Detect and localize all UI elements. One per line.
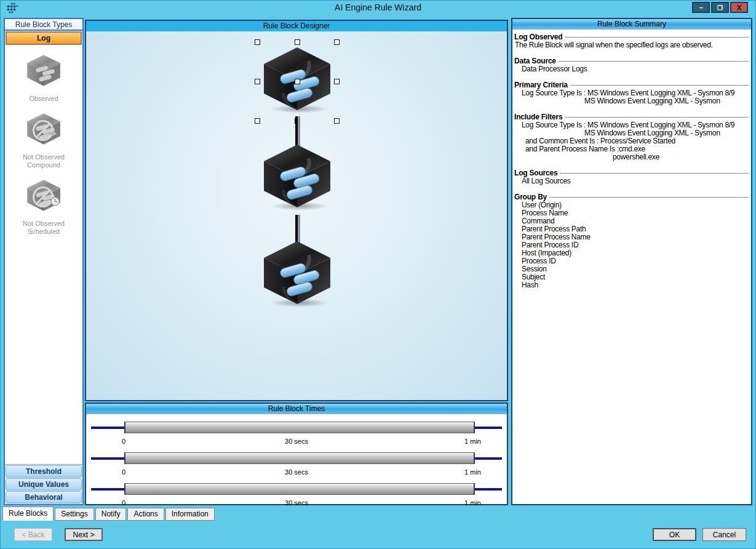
rule-block-summary-panel: Rule Block Summary Log Observed The Rule…	[511, 18, 752, 505]
selection-handle[interactable]	[334, 79, 340, 84]
rule-block-summary-header: Rule Block Summary	[512, 19, 751, 30]
block-type-label: Not Observed	[23, 220, 65, 227]
group-by-item: Subject	[514, 273, 749, 281]
not-observed-scheduled-cube-icon	[25, 178, 63, 216]
section-rule	[565, 117, 749, 118]
block-type-not-observed-compound[interactable]: Not Observed Compound	[23, 103, 65, 169]
log-type-button[interactable]: Log	[6, 32, 81, 44]
summary-line: powershell.exe	[514, 153, 749, 161]
selection-handle[interactable]	[255, 79, 260, 84]
summary-line: The Rule Block will signal when the spec…	[514, 41, 749, 49]
block-type-observed[interactable]: Observed	[25, 44, 63, 103]
group-by-item: Process ID	[514, 257, 749, 265]
rule-block-2-cube[interactable]	[260, 142, 334, 211]
selection-handle[interactable]	[255, 118, 260, 124]
designer-canvas[interactable]	[86, 31, 507, 400]
rule-block-types-panel: Rule Block Types Log Observed	[4, 18, 84, 505]
threshold-category-button[interactable]: Threshold	[6, 465, 82, 478]
section-title: Data Source	[514, 57, 556, 65]
close-button[interactable]: X	[730, 2, 748, 13]
summary-section-log-sources: Log Sources All Log Sources	[514, 169, 749, 185]
rule-block-type-category-buttons: Threshold Unique Values Behavioral	[5, 464, 82, 504]
block-type-not-observed-scheduled[interactable]: Not Observed Scheduled	[23, 169, 65, 236]
tick-mid: 30 secs	[86, 499, 507, 507]
group-by-item: Hash	[514, 281, 749, 289]
unique-values-category-button[interactable]: Unique Values	[6, 478, 82, 491]
summary-line: MS Windows Event Logging XML - Sysmon	[514, 97, 749, 105]
tick-mid: 30 secs	[86, 438, 507, 445]
rule-block-3-cube[interactable]	[260, 239, 334, 308]
time-slider-1: 0 30 secs 1 min	[86, 418, 507, 446]
summary-section-primary-criteria: Primary Criteria Log Source Type Is : MS…	[514, 81, 749, 105]
next-button[interactable]: Next >	[65, 528, 103, 541]
tab-actions[interactable]: Actions	[127, 508, 164, 521]
section-title: Include Filters	[514, 113, 562, 121]
tick-mid: 30 secs	[86, 468, 507, 476]
selection-handle[interactable]	[334, 118, 340, 124]
time-slider-2: 0 30 secs 1 min	[86, 449, 507, 477]
section-title: Primary Criteria	[514, 81, 568, 89]
rule-block-summary-body: Log Observed The Rule Block will signal …	[512, 30, 751, 289]
rule-block-designer-panel: Rule Block Designer	[85, 20, 508, 401]
block-type-label: Not Observed	[23, 153, 65, 161]
tab-notify[interactable]: Notify	[95, 508, 127, 521]
section-title: Group By	[514, 193, 547, 201]
window-title: AI Engine Rule Wizard	[1, 2, 755, 12]
selection-handle[interactable]	[334, 39, 340, 45]
tick-max: 1 min	[464, 499, 481, 507]
group-by-item: Session	[514, 265, 749, 273]
summary-section-include-filters: Include Filters Log Source Type Is : MS …	[514, 113, 749, 161]
summary-section-data-source: Data Source Data Processor Logs	[514, 57, 749, 73]
summary-section-group-by: Group By User (Origin) Process Name Comm…	[514, 193, 749, 289]
block-type-label2: Compound	[27, 161, 60, 169]
section-rule	[560, 173, 749, 174]
rule-block-times-body: 0 30 secs 1 min 0 30 secs 1 min 0 30 sec…	[86, 414, 507, 505]
slider-range-handle[interactable]	[124, 422, 475, 433]
section-rule	[570, 85, 749, 86]
tick-max: 1 min	[464, 468, 481, 476]
block-type-label2: Scheduled	[28, 228, 60, 235]
selection-handle[interactable]	[255, 39, 260, 45]
log-block-type-list: Observed Not Observed Compound	[5, 44, 82, 236]
section-rule	[559, 61, 749, 62]
slider-range-handle[interactable]	[124, 452, 475, 464]
selection-handle[interactable]	[295, 79, 300, 84]
rule-block-types-header: Rule Block Types	[5, 19, 82, 31]
tab-information[interactable]: Information	[165, 508, 215, 521]
wizard-tab-strip: Rule Blocks Settings Notify Actions Info…	[2, 507, 216, 521]
titlebar[interactable]: AI Engine Rule Wizard – ❐ X	[1, 1, 755, 14]
behavioral-category-button[interactable]: Behavioral	[6, 491, 82, 503]
rule-block-designer-header: Rule Block Designer	[86, 21, 507, 31]
ok-button[interactable]: OK	[653, 528, 696, 541]
time-slider-3: 0 30 secs 1 min	[86, 479, 507, 508]
section-title: Log Sources	[514, 169, 557, 177]
ai-engine-rule-wizard-window: AI Engine Rule Wizard – ❐ X Rule Block T…	[0, 0, 756, 549]
wizard-footer: < Back Next > OK Cancel	[1, 521, 755, 549]
selection-handle[interactable]	[295, 39, 300, 45]
tab-settings[interactable]: Settings	[55, 508, 94, 521]
rule-block-times-panel: Rule Block Times 0 30 secs 1 min 0 30 se…	[85, 403, 508, 505]
tick-max: 1 min	[464, 438, 481, 445]
section-rule	[565, 37, 749, 38]
section-title: Log Observed	[514, 33, 562, 41]
cancel-button[interactable]: Cancel	[702, 528, 746, 541]
back-button[interactable]: < Back	[14, 528, 52, 541]
slider-range-handle[interactable]	[124, 483, 475, 495]
minimize-button[interactable]: –	[692, 2, 710, 13]
not-observed-compound-cube-icon	[25, 111, 63, 150]
summary-section-log-observed: Log Observed The Rule Block will signal …	[514, 33, 749, 49]
tab-rule-blocks[interactable]: Rule Blocks	[2, 507, 54, 521]
maximize-button[interactable]: ❐	[711, 2, 729, 13]
summary-line: All Log Sources	[514, 177, 749, 185]
window-controls: – ❐ X	[692, 2, 748, 13]
observed-cube-icon	[25, 53, 63, 91]
summary-line: Data Processor Logs	[514, 65, 749, 73]
block-type-label: Observed	[29, 95, 58, 102]
section-rule	[549, 197, 749, 198]
rule-block-times-header: Rule Block Times	[86, 404, 507, 414]
